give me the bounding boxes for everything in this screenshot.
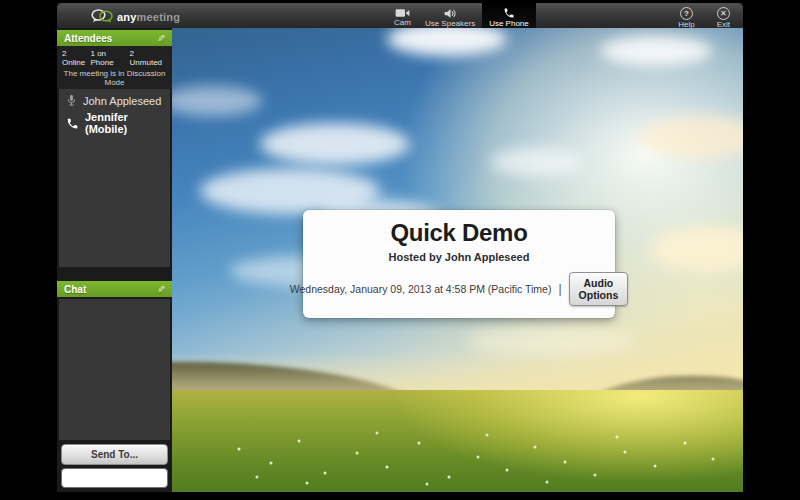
use-speakers-button-label: Use Speakers — [425, 20, 475, 28]
help-button[interactable]: ? Help — [671, 3, 701, 30]
use-phone-button-label: Use Phone — [489, 20, 529, 28]
phone-handset-icon — [66, 117, 79, 130]
sidebar: Attendees ✎ 2 Online 1 on Phone 2 Unmute… — [57, 28, 172, 492]
meeting-welcome-card: Quick Demo Hosted by John Appleseed Wedn… — [303, 210, 615, 318]
screen: { "topbar": { "logo_any": "any", "logo_m… — [0, 0, 800, 500]
attendees-list: John Appleseed Jennifer (Mobile) — [59, 89, 170, 267]
grass-field — [172, 390, 743, 492]
logo-text-meeting: meeting — [137, 11, 181, 23]
attendees-edit-icon[interactable]: ✎ — [157, 33, 165, 44]
attendee-row-john[interactable]: John Appleseed — [59, 92, 170, 109]
meeting-mode-text: The meeting is in Discussion Mode — [62, 69, 167, 87]
use-phone-button[interactable]: Use Phone — [482, 3, 536, 30]
presentation-stage: Quick Demo Hosted by John Appleseed Wedn… — [172, 28, 743, 492]
attendees-stats: 2 Online 1 on Phone 2 Unmuted The meetin… — [57, 46, 172, 89]
attendee-row-jennifer[interactable]: Jennifer (Mobile) — [59, 109, 170, 137]
exit-icon: ✕ — [717, 7, 730, 20]
cloud — [490, 148, 582, 176]
attendees-header-label: Attendees — [64, 33, 112, 44]
separator: | — [558, 282, 561, 296]
anymeeting-logo: anymeeting — [57, 3, 180, 28]
meeting-host: Hosted by John Appleseed — [311, 251, 607, 263]
exit-button[interactable]: ✕ Exit — [710, 3, 737, 30]
microphone-icon — [66, 94, 77, 107]
cam-button-label: Cam — [394, 19, 411, 27]
meeting-datetime: Wednesday, January 09, 2013 at 4:58 PM (… — [290, 283, 552, 295]
meeting-window: anymeeting Cam Use S — [57, 3, 743, 492]
meeting-title: Quick Demo — [311, 220, 607, 246]
topbar: anymeeting Cam Use S — [57, 3, 743, 28]
stat-unmuted: 2 Unmuted — [130, 49, 167, 67]
logo-text: anymeeting — [117, 7, 180, 25]
topbar-right-buttons: ? Help ✕ Exit — [671, 3, 737, 28]
logo-bubbles-icon — [91, 9, 113, 23]
chat-edit-icon[interactable]: ✎ — [157, 284, 165, 295]
stat-online: 2 Online — [62, 49, 90, 67]
chat-header: Chat ✎ — [57, 281, 172, 297]
phone-icon — [503, 7, 515, 19]
meeting-datetime-row: Wednesday, January 09, 2013 at 4:58 PM (… — [311, 272, 607, 306]
attendee-name: Jennifer (Mobile) — [85, 111, 170, 135]
attendees-stats-row: 2 Online 1 on Phone 2 Unmuted — [62, 49, 167, 67]
logo-text-any: any — [117, 11, 137, 23]
audio-options-button[interactable]: Audio Options — [569, 272, 629, 306]
chat-messages-area — [59, 299, 170, 440]
topbar-center-buttons: Cam Use Speakers Use Phone — [387, 3, 536, 28]
chat-header-label: Chat — [64, 284, 86, 295]
cloud — [600, 36, 712, 66]
cloud — [260, 123, 410, 165]
speaker-icon — [444, 8, 457, 19]
meadow-flowers — [172, 390, 174, 392]
chat-input[interactable] — [61, 468, 168, 488]
send-to-button[interactable]: Send To... — [61, 444, 168, 465]
stat-on-phone: 1 on Phone — [90, 49, 129, 67]
help-icon: ? — [680, 7, 693, 20]
attendees-header: Attendees ✎ — [57, 30, 172, 46]
camera-icon — [395, 8, 410, 18]
cam-button[interactable]: Cam — [387, 3, 418, 30]
attendee-name: John Appleseed — [83, 95, 161, 107]
use-speakers-button[interactable]: Use Speakers — [418, 3, 482, 30]
